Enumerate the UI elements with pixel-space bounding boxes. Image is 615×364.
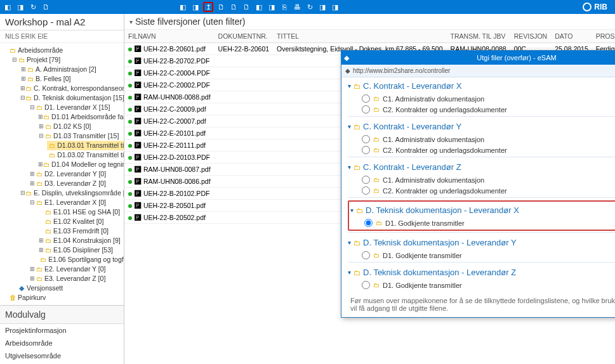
tree-e102[interactable]: ▪🗀E1.02 Kvalitet [0] — [38, 217, 124, 226]
sec-c-y[interactable]: ▾🗀C. Kontrakt - Leverandør Y — [348, 119, 615, 134]
tree-e[interactable]: ⊟🗀E. Displin, utvekslingsområde [62] — [20, 188, 124, 198]
tree-d2[interactable]: ⊞🗀D2. Leverandør Y [0] — [29, 169, 124, 179]
tb-icon-1[interactable]: ◧ — [3, 2, 13, 12]
tb-icon-10[interactable]: ◧ — [254, 2, 264, 12]
tree-root[interactable]: ▪🗀Arbeidsområde — [3, 46, 124, 55]
tb-icon-9[interactable]: 🗋 — [241, 2, 251, 12]
tb-icon-6[interactable]: ◨ — [190, 2, 201, 12]
right-panel: ▾ Siste filversjoner (uten filter) FILNA… — [124, 14, 615, 364]
col-titel[interactable]: TITTEL — [273, 30, 446, 43]
col-prosess[interactable]: PROSESSTRINN — [592, 30, 615, 43]
col-filnavn[interactable]: FILNAVN — [124, 30, 215, 43]
tree-d3[interactable]: ⊞🗀D3. Leverandør Z [0] — [29, 179, 124, 188]
workshop-title: Workshop - mal A2 — [5, 16, 119, 27]
tree-d[interactable]: ⊟🗀D. Teknisk dokumentasjon [15] — [20, 93, 124, 103]
radio-cz-c1[interactable] — [362, 176, 370, 184]
tree-d10302[interactable]: ▪🗀D1.03.02 Transmittel til e — [47, 150, 124, 160]
globe-icon — [583, 3, 592, 11]
tree-e105[interactable]: ⊞🗀E1.05 Disipliner [53] — [38, 245, 124, 255]
sec-c-z[interactable]: ▾🗀C. Kontrakt - Leverandør Z — [348, 160, 615, 174]
tree-d1[interactable]: ⊟🗀D1. Leverandør X [15] — [29, 103, 124, 112]
tb-icon-2[interactable]: ◨ — [15, 2, 25, 12]
col-docnr[interactable]: DOKUMENTNR. — [215, 30, 274, 43]
sec-d-y-d1[interactable]: 🗀D1. Godkjente transmitler — [348, 250, 615, 261]
toolbar-left: ◧ ◨ ↻ 🗋 — [3, 2, 51, 12]
tb-icon-14[interactable]: ◨ — [317, 2, 327, 12]
tree-d101[interactable]: ⊞🗀D1.01 Arbeidsområde fag [0] — [38, 112, 124, 122]
dialog-titlebar[interactable]: ◆ Utgi filer (overfør) - eSAM — ▢ ✕ — [341, 51, 615, 65]
radio-cx-c1[interactable] — [362, 94, 370, 103]
sec-d-y[interactable]: ▾🗀D. Teknisk dokumentasjon - Leverandør … — [348, 235, 615, 250]
col-rev[interactable]: REVISJON — [510, 30, 552, 43]
tree-e103[interactable]: ▪🗀E1.03 Fremdrift [0] — [38, 226, 124, 236]
tree-d102[interactable]: ⊞🗀D1.02 KS [0] — [38, 122, 124, 131]
rib-text: RIB — [594, 3, 607, 11]
radio-cy-c2[interactable] — [362, 146, 370, 154]
sec-c-z-c2[interactable]: 🗀C2. Kontrakter og underlagsdokumenter — [348, 185, 615, 196]
tree-d104[interactable]: ⊞🗀D1.04 Modeller og tegninger — [38, 160, 124, 169]
tb-icon-11[interactable]: ◨ — [267, 2, 277, 12]
sec-c-z-c1[interactable]: 🗀C1. Administrativ dokumentasjon — [348, 174, 615, 185]
project-tree[interactable]: ▪🗀Arbeidsområde ⊟🗀Projekt [79] ⊞🗀A. Admi… — [0, 43, 124, 305]
tree-e104[interactable]: ⊞🗀E1.04 Konstruksjon [9] — [38, 236, 124, 245]
sec-c-x-c1[interactable]: 🗀C1. Administrativ dokumentasjon — [348, 93, 615, 104]
dialog-url: http://www.bim2share.no/controller — [353, 67, 450, 74]
app-icon: ◆ — [344, 54, 353, 62]
tree-projekt[interactable]: ⊟🗀Projekt [79] — [11, 55, 124, 65]
sec-c-x[interactable]: ▾🗀C. Kontrakt - Leverandør X — [348, 79, 615, 93]
tree-papirkurv[interactable]: ▪🗑Papirkurv — [3, 293, 124, 302]
tree-versjon[interactable]: ▪◆Versjonssett — [11, 283, 124, 293]
module-nav: Modulvalg Prosjektinformasjon Arbeidsomr… — [0, 305, 124, 364]
radio-cz-c2[interactable] — [362, 186, 370, 195]
tree-c[interactable]: ⊞🗀C. Kontrakt, korrespondanseområdet — [20, 84, 124, 93]
tb-icon-publish[interactable]: ↥ — [203, 2, 213, 12]
tree-d103[interactable]: ⊟🗀D1.03 Transmitler [15] — [38, 131, 124, 141]
mod-arbeidsomrade[interactable]: Arbeidsområde — [0, 337, 124, 349]
tb-icon-print[interactable]: 🖶 — [292, 2, 302, 12]
tb-icon-15[interactable]: ◨ — [330, 2, 340, 12]
publish-dialog: ◆ Utgi filer (overfør) - eSAM — ▢ ✕ ◆ ht… — [341, 50, 615, 318]
dialog-title: Utgi filer (overfør) - eSAM — [355, 54, 615, 62]
url-icon: ◆ — [345, 67, 350, 74]
sec-c-y-c1[interactable]: 🗀C1. Administrativ dokumentasjon — [348, 134, 615, 145]
sec-c-y-c2[interactable]: 🗀C2. Kontrakter og underlagsdokumenter — [348, 145, 615, 155]
tree-e2[interactable]: ⊞🗀E2. Leverandør Y [0] — [29, 264, 124, 274]
tree-a[interactable]: ⊞🗀A. Administrasjon [2] — [20, 65, 124, 74]
tree-b[interactable]: ⊞🗀B. Felles [0] — [20, 74, 124, 84]
app-toolbar: ◧ ◨ ↻ 🗋 ◧ ◨ ↥ 🗋 🗋 🗋 ◧ ◨ ⎘ 🖶 ↻ ◨ ◨ RIB — [0, 0, 615, 14]
module-title: Modulvalg — [0, 306, 124, 324]
tree-e106[interactable]: ▪🗀E1.06 Sportilgang og togfrem — [38, 255, 124, 264]
tb-icon-13[interactable]: ↻ — [305, 2, 315, 12]
col-transm[interactable]: TRANSM. TIL JBV — [447, 30, 510, 43]
tb-icon-7[interactable]: 🗋 — [216, 2, 226, 12]
tb-icon-3[interactable]: ↻ — [28, 2, 38, 12]
tb-icon-5[interactable]: ◧ — [178, 2, 188, 12]
sec-d-x[interactable]: ▾🗀D. Teknisk dokumentasjon - Leverandør … — [350, 203, 615, 218]
radio-cy-c1[interactable] — [362, 135, 370, 143]
collapse-arrow-icon[interactable]: ▾ — [129, 18, 133, 25]
sec-d-z[interactable]: ▾🗀D. Teknisk dokumentasjon - Leverandør … — [348, 265, 615, 280]
sec-c-x-c2[interactable]: 🗀C2. Kontrakter og underlagsdokumenter — [348, 104, 615, 115]
toolbar-right: ◧ ◨ ↥ 🗋 🗋 🗋 ◧ ◨ ⎘ 🖶 ↻ ◨ ◨ — [178, 2, 340, 12]
col-dato[interactable]: DATO — [551, 30, 592, 43]
right-header-label: Siste filversjoner (uten filter) — [135, 16, 246, 27]
user-name: NILS ERIK EIE — [0, 30, 124, 43]
mod-prosjektinfo[interactable]: Prosjektinformasjon — [0, 324, 124, 337]
tree-e1[interactable]: ⊟🗀E1. Leverandør X [0] — [29, 198, 124, 207]
radio-cx-c2[interactable] — [362, 105, 370, 114]
dialog-body: ▾🗀C. Kontrakt - Leverandør X 🗀C1. Admini… — [341, 77, 615, 293]
sec-d-z-d1[interactable]: 🗀D1. Godkjente transmitler — [348, 280, 615, 290]
radio-dy-d1[interactable] — [362, 251, 370, 259]
radio-dz-d1[interactable] — [362, 281, 370, 289]
workshop-header: Workshop - mal A2 — [0, 14, 124, 30]
tree-e101[interactable]: ▪🗀E1.01 HSE og SHA [0] — [38, 207, 124, 217]
sec-d-x-d1[interactable]: 🗀D1. Godkjente transmitler — [350, 218, 615, 228]
radio-dx-d1[interactable] — [364, 219, 373, 227]
tree-d10301-selected[interactable]: ▪🗀D1.03.01 Transmittel til JB — [47, 141, 124, 150]
tb-icon-4[interactable]: 🗋 — [41, 2, 51, 12]
mod-utgivelse[interactable]: Utgivelsesområde — [0, 349, 124, 362]
tb-icon-12[interactable]: ⎘ — [279, 2, 289, 12]
dialog-url-bar: ◆ http://www.bim2share.no/controller — [341, 65, 615, 77]
tree-e3[interactable]: ⊞🗀E3. Leverandør Z [0] — [29, 274, 124, 283]
tb-icon-8[interactable]: 🗋 — [228, 2, 239, 12]
